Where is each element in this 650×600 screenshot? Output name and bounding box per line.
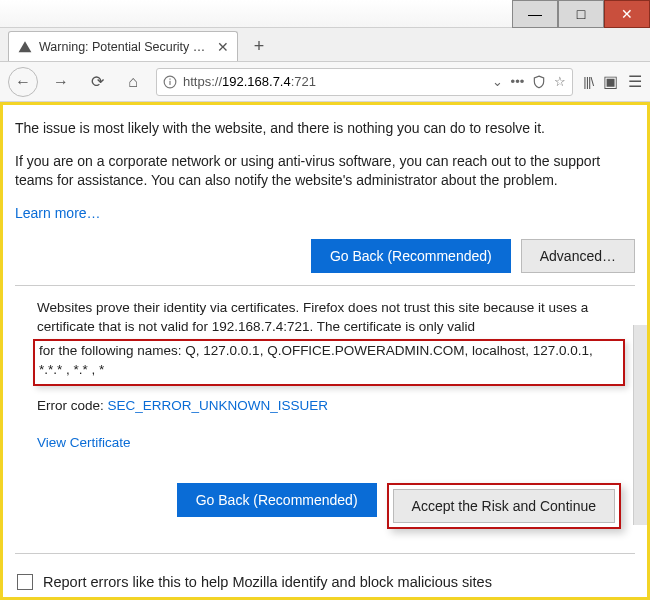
- certificate-details: Websites prove their identity via certif…: [15, 298, 635, 529]
- report-errors-checkbox[interactable]: [17, 574, 33, 590]
- back-button[interactable]: ←: [8, 67, 38, 97]
- window-maximize-button[interactable]: □: [558, 0, 604, 28]
- advanced-button[interactable]: Advanced…: [521, 239, 635, 273]
- navigation-toolbar: ← → ⟳ ⌂ https://192.168.7.4:721 ⌄ ••• ☆ …: [0, 62, 650, 102]
- page-content-frame: The issue is most likely with the websit…: [0, 102, 650, 600]
- address-bar[interactable]: https://192.168.7.4:721 ⌄ ••• ☆: [156, 68, 573, 96]
- url-text: https://192.168.7.4:721: [183, 74, 486, 89]
- tab-strip: Warning: Potential Security Risk ✕ +: [0, 28, 650, 62]
- menu-icon[interactable]: ☰: [628, 72, 642, 91]
- window-titlebar: — □ ✕: [0, 0, 650, 28]
- library-icon[interactable]: |||\: [583, 74, 593, 89]
- sidebar-icon[interactable]: ▣: [603, 72, 618, 91]
- browser-tab[interactable]: Warning: Potential Security Risk ✕: [8, 31, 238, 61]
- new-tab-button[interactable]: +: [244, 31, 274, 61]
- cert-explain-line1: Websites prove their identity via certif…: [37, 298, 621, 337]
- window-close-button[interactable]: ✕: [604, 0, 650, 28]
- secondary-button-row: Go Back (Recommended) Accept the Risk an…: [37, 483, 621, 529]
- reload-button[interactable]: ⟳: [84, 69, 110, 95]
- home-button[interactable]: ⌂: [120, 69, 146, 95]
- section-divider: [15, 285, 635, 286]
- go-back-button[interactable]: Go Back (Recommended): [311, 239, 511, 273]
- accept-risk-highlight: Accept the Risk and Continue: [387, 483, 621, 529]
- window-minimize-button[interactable]: —: [512, 0, 558, 28]
- scrollbar[interactable]: [633, 325, 647, 525]
- bookmark-star-icon[interactable]: ☆: [554, 74, 566, 89]
- error-code-label: Error code:: [37, 398, 104, 413]
- learn-more-link[interactable]: Learn more…: [15, 205, 101, 221]
- go-back-button-2[interactable]: Go Back (Recommended): [177, 483, 377, 517]
- forward-button[interactable]: →: [48, 69, 74, 95]
- error-code-row: Error code: SEC_ERROR_UNKNOWN_ISSUER: [37, 396, 621, 416]
- report-errors-row: Report errors like this to help Mozilla …: [15, 566, 635, 598]
- primary-button-row: Go Back (Recommended) Advanced…: [15, 239, 635, 273]
- shield-icon[interactable]: [532, 75, 546, 89]
- cert-valid-names: for the following names: Q, 127.0.0.1, Q…: [39, 341, 619, 380]
- issue-text: The issue is most likely with the websit…: [15, 119, 635, 138]
- tab-close-icon[interactable]: ✕: [217, 39, 229, 55]
- security-warning-page: The issue is most likely with the websit…: [3, 105, 647, 600]
- site-info-icon[interactable]: [163, 75, 177, 89]
- svg-rect-2: [169, 78, 170, 79]
- report-errors-label: Report errors like this to help Mozilla …: [43, 574, 492, 590]
- view-certificate-link[interactable]: View Certificate: [37, 433, 131, 453]
- error-code-value[interactable]: SEC_ERROR_UNKNOWN_ISSUER: [108, 398, 329, 413]
- toolbar-right: |||\ ▣ ☰: [583, 72, 642, 91]
- svg-rect-1: [169, 80, 170, 84]
- urlbar-right-icons: ⌄ ••• ☆: [492, 74, 567, 89]
- warning-icon: [17, 39, 33, 55]
- tab-title: Warning: Potential Security Risk: [39, 40, 211, 54]
- section-divider-2: [15, 553, 635, 554]
- page-actions-icon[interactable]: •••: [511, 74, 525, 89]
- url-dropdown-icon[interactable]: ⌄: [492, 74, 503, 89]
- accept-risk-button[interactable]: Accept the Risk and Continue: [393, 489, 615, 523]
- highlighted-cert-names: for the following names: Q, 127.0.0.1, Q…: [33, 339, 625, 386]
- advice-text: If you are on a corporate network or usi…: [15, 152, 635, 190]
